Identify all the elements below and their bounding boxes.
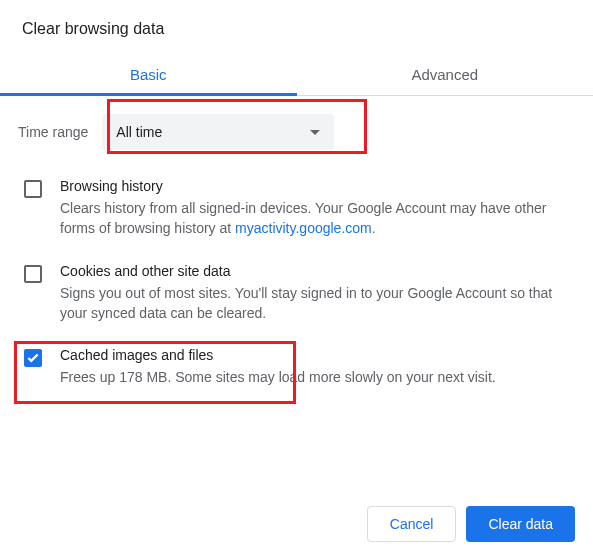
option-desc: Signs you out of most sites. You'll stay… bbox=[60, 283, 575, 324]
checkbox-cookies[interactable] bbox=[24, 265, 42, 283]
option-title: Browsing history bbox=[60, 178, 575, 194]
tab-basic[interactable]: Basic bbox=[0, 54, 297, 95]
time-range-select[interactable]: All time bbox=[102, 114, 334, 150]
option-browsing-history: Browsing history Clears history from all… bbox=[18, 178, 575, 239]
checkbox-cached[interactable] bbox=[24, 349, 42, 367]
option-desc: Frees up 178 MB. Some sites may load mor… bbox=[60, 367, 575, 387]
clear-data-button[interactable]: Clear data bbox=[466, 506, 575, 542]
option-cookies: Cookies and other site data Signs you ou… bbox=[18, 263, 575, 324]
tab-advanced[interactable]: Advanced bbox=[297, 54, 594, 95]
dialog-actions: Cancel Clear data bbox=[367, 506, 575, 542]
chevron-down-icon bbox=[310, 130, 320, 135]
clear-browsing-data-dialog: Clear browsing data Basic Advanced Time … bbox=[0, 0, 593, 387]
cancel-button[interactable]: Cancel bbox=[367, 506, 457, 542]
option-cached: Cached images and files Frees up 178 MB.… bbox=[18, 347, 575, 387]
myactivity-link[interactable]: myactivity.google.com bbox=[235, 220, 372, 236]
tabs: Basic Advanced bbox=[0, 54, 593, 96]
option-title: Cookies and other site data bbox=[60, 263, 575, 279]
option-desc: Clears history from all signed-in device… bbox=[60, 198, 575, 239]
time-range-value: All time bbox=[116, 124, 162, 140]
time-range-label: Time range bbox=[18, 124, 88, 140]
dialog-title: Clear browsing data bbox=[0, 0, 593, 54]
checkbox-browsing-history[interactable] bbox=[24, 180, 42, 198]
option-title: Cached images and files bbox=[60, 347, 575, 363]
